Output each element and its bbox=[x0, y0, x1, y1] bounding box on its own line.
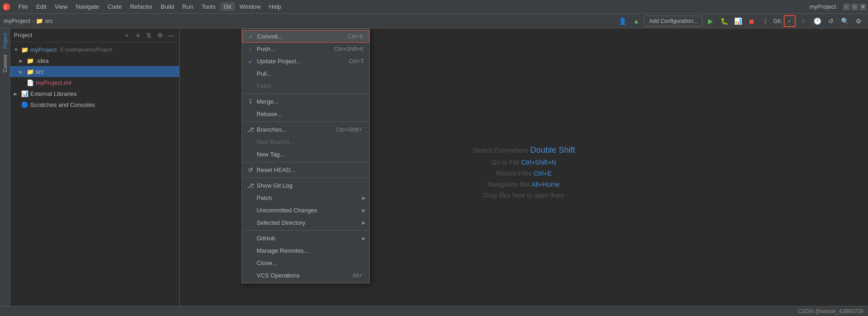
tree-label-myproject: myProject bbox=[30, 46, 57, 53]
menu-build[interactable]: Build bbox=[157, 2, 178, 11]
stop-button[interactable]: ◼ bbox=[746, 15, 758, 27]
vcs-button[interactable]: ▲ bbox=[630, 15, 642, 27]
git-rollback-button[interactable]: ↺ bbox=[825, 15, 837, 27]
hint-drop-files: Drop files here to open them bbox=[472, 192, 575, 199]
tree-arrow-idea: ▶ bbox=[19, 58, 25, 63]
menu-git[interactable]: Git bbox=[220, 2, 235, 11]
menu-help[interactable]: Help bbox=[265, 2, 285, 11]
hide-sidebar-icon[interactable]: — bbox=[166, 31, 176, 40]
new-branch-label: New Branch... bbox=[257, 139, 364, 145]
side-tab-project[interactable]: Project bbox=[1, 30, 9, 51]
breadcrumb-sep: › bbox=[32, 17, 34, 24]
run-with-coverage-button[interactable]: 📊 bbox=[732, 15, 744, 27]
git-new-tag-item[interactable]: New Tag... bbox=[242, 148, 369, 161]
hint-goto-file: Go to File Ctrl+Shift+N bbox=[472, 159, 575, 166]
settings-button[interactable]: ⚙ bbox=[852, 15, 864, 27]
git-pull-item[interactable]: Pull... bbox=[242, 67, 369, 80]
git-menu-section-2: ⤵ Merge... Rebase... bbox=[242, 94, 369, 122]
rebase-label: Rebase... bbox=[257, 111, 364, 117]
close-button[interactable]: ✕ bbox=[860, 4, 866, 10]
user-icon-button[interactable]: 👤 bbox=[616, 15, 628, 27]
merge-label: Merge... bbox=[257, 98, 364, 105]
add-configuration-button[interactable]: Add Configuration... bbox=[644, 16, 703, 27]
menu-navigate[interactable]: Navigate bbox=[72, 2, 103, 11]
merge-icon: ⤵ bbox=[247, 98, 254, 105]
git-rebase-item[interactable]: Rebase... bbox=[242, 108, 369, 120]
menu-tools[interactable]: Tools bbox=[198, 2, 219, 11]
tree-item-iml[interactable]: ▶ 📄 myProject.iml bbox=[10, 77, 179, 88]
settings-icon[interactable]: ⚙ bbox=[155, 31, 165, 40]
menu-view[interactable]: View bbox=[51, 2, 71, 11]
more-actions-button[interactable]: ⋮ bbox=[759, 15, 771, 27]
git-vcs-ops-item[interactable]: VCS Operations Alt+` bbox=[242, 269, 369, 282]
git-update-item[interactable]: ↙ Update Project... Ctrl+T bbox=[242, 55, 369, 67]
push-label: Push... bbox=[257, 45, 322, 52]
menu-refactor[interactable]: Refactor bbox=[126, 2, 156, 11]
manage-remotes-label: Manage Remotes... bbox=[257, 247, 364, 254]
tree-label-extlibs: External Libraries bbox=[30, 90, 77, 97]
side-tab-commit[interactable]: Commit bbox=[1, 52, 9, 75]
tree-item-scratches[interactable]: ▶ 🔵 Scratches and Consoles bbox=[10, 99, 179, 110]
menu-items: File Edit View Navigate Code Refactor Bu… bbox=[15, 2, 809, 11]
git-patch-item[interactable]: Patch bbox=[242, 192, 369, 204]
breadcrumb-project[interactable]: myProject bbox=[4, 17, 30, 24]
menu-window[interactable]: Window bbox=[236, 2, 264, 11]
main-layout: Project Commit Project + ≡ ⇅ ⚙ — ▼ 📁 myP… bbox=[0, 28, 868, 316]
sidebar: Project + ≡ ⇅ ⚙ — ▼ 📁 myProject E:\code\… bbox=[10, 28, 180, 316]
maximize-button[interactable]: □ bbox=[852, 4, 858, 10]
update-label: Update Project... bbox=[257, 58, 337, 65]
git-clone-item[interactable]: Clone... bbox=[242, 257, 369, 269]
git-history-button[interactable]: 🕐 bbox=[811, 15, 823, 27]
git-dropdown-menu: ✓ Commit... Ctrl+K ↑ Push... Ctrl+Shift+… bbox=[242, 28, 370, 283]
status-bar: CSDN @weixin_43866709 bbox=[0, 306, 868, 316]
commit-shortcut: Ctrl+K bbox=[348, 33, 363, 40]
sort-icon[interactable]: ⇅ bbox=[144, 31, 154, 40]
git-uncommitted-item[interactable]: Uncommitted Changes bbox=[242, 204, 369, 216]
tree-item-myproject[interactable]: ▼ 📁 myProject E:\code\java\myProject bbox=[10, 44, 179, 55]
git-show-log-item[interactable]: ⎇ Show Git Log bbox=[242, 179, 369, 192]
git-selected-dir-item[interactable]: Selected Directory bbox=[242, 216, 369, 229]
git-commit-item[interactable]: ✓ Commit... Ctrl+K bbox=[242, 30, 369, 43]
tree-label-iml: myProject.iml bbox=[36, 79, 71, 86]
window-controls: － □ ✕ bbox=[843, 4, 866, 10]
git-push-item[interactable]: ↑ Push... Ctrl+Shift+K bbox=[242, 43, 369, 55]
menu-code[interactable]: Code bbox=[104, 2, 126, 11]
git-check-icon: ✓ bbox=[784, 15, 796, 27]
selected-dir-label: Selected Directory bbox=[257, 219, 364, 226]
tree-arrow-myproject: ▼ bbox=[14, 47, 19, 52]
git-github-item[interactable]: GitHub bbox=[242, 232, 369, 244]
search-everywhere-button[interactable]: 🔍 bbox=[839, 15, 851, 27]
git-reset-head-item[interactable]: ↺ Reset HEAD... bbox=[242, 164, 369, 176]
tree-item-idea[interactable]: ▶ 📁 .idea bbox=[10, 55, 179, 66]
git-merge-item[interactable]: ⤵ Merge... bbox=[242, 95, 369, 108]
menu-run[interactable]: Run bbox=[179, 2, 197, 11]
debug-button[interactable]: 🐛 bbox=[718, 15, 730, 27]
folder-icon: 📁 bbox=[21, 46, 28, 53]
menu-bar: J File Edit View Navigate Code Refactor … bbox=[0, 0, 868, 14]
app-logo: J bbox=[2, 2, 11, 11]
hint-double-shift: Double Shift bbox=[530, 145, 575, 155]
folder-icon-idea: 📁 bbox=[27, 57, 34, 64]
git-push-button[interactable]: ↑ bbox=[797, 15, 809, 27]
collapse-all-icon[interactable]: ≡ bbox=[133, 31, 143, 40]
run-button[interactable]: ▶ bbox=[704, 15, 716, 27]
tree-item-extlibs[interactable]: ▶ 📊 External Libraries bbox=[10, 88, 179, 99]
svg-text:J: J bbox=[4, 5, 6, 10]
git-new-branch-item: New Branch... bbox=[242, 136, 369, 148]
sidebar-toolbar: + ≡ ⇅ ⚙ — bbox=[122, 31, 176, 40]
new-file-icon[interactable]: + bbox=[122, 31, 132, 40]
git-menu-section-5: ⎇ Show Git Log Patch Uncommitted Changes… bbox=[242, 178, 369, 231]
menu-edit[interactable]: Edit bbox=[33, 2, 50, 11]
tree-item-src[interactable]: ▶ 📁 src bbox=[10, 66, 179, 77]
vcs-ops-label: VCS Operations bbox=[257, 272, 341, 279]
git-manage-remotes-item[interactable]: Manage Remotes... bbox=[242, 244, 369, 257]
new-tag-label: New Tag... bbox=[257, 151, 364, 158]
hint-recent-files: Recent Files Ctrl+E bbox=[472, 170, 575, 177]
git-fetch-item: Fetch bbox=[242, 80, 369, 92]
git-branches-item[interactable]: ⎇ Branches... Ctrl+Shift+` bbox=[242, 123, 369, 136]
scratches-icon: 🔵 bbox=[21, 101, 28, 108]
hint-ctrl-shift-n: Ctrl+Shift+N bbox=[521, 159, 556, 166]
breadcrumb-src[interactable]: src bbox=[45, 17, 53, 24]
menu-file[interactable]: File bbox=[15, 2, 32, 11]
minimize-button[interactable]: － bbox=[843, 4, 850, 10]
